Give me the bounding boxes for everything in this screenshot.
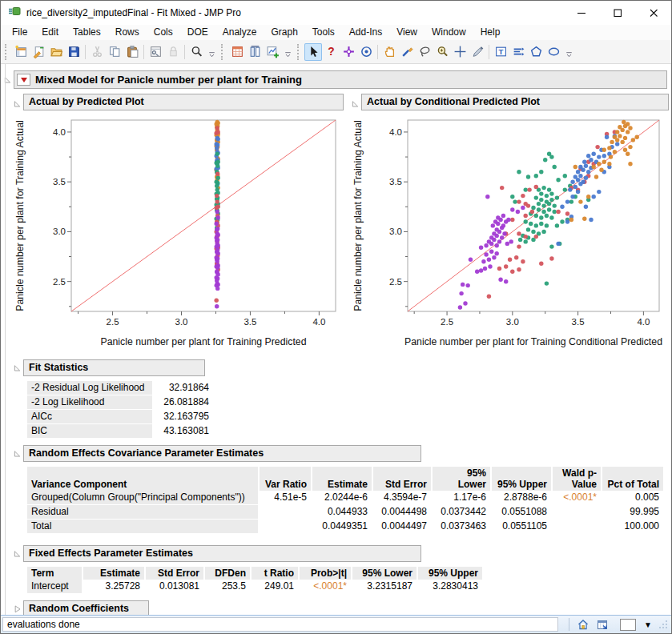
crosshair-tool-icon[interactable] xyxy=(451,43,469,61)
data-point[interactable] xyxy=(484,252,488,256)
data-point[interactable] xyxy=(513,199,517,203)
menu-file[interactable]: File xyxy=(5,25,34,40)
data-point[interactable] xyxy=(518,238,522,242)
data-point[interactable] xyxy=(586,195,590,199)
data-point[interactable] xyxy=(592,195,596,199)
actual-by-predicted-header[interactable]: Actual by Predicted Plot xyxy=(23,94,344,110)
data-point[interactable] xyxy=(216,251,220,255)
data-point[interactable] xyxy=(497,267,501,271)
data-point[interactable] xyxy=(506,218,510,222)
text-tool-icon[interactable]: T xyxy=(492,43,509,61)
data-point[interactable] xyxy=(545,214,549,218)
data-point[interactable] xyxy=(485,195,489,199)
data-point[interactable] xyxy=(582,160,586,164)
toolbar-overflow-icon[interactable] xyxy=(564,44,574,60)
data-point[interactable] xyxy=(216,176,220,180)
magnifier-tool-icon[interactable] xyxy=(433,43,451,61)
data-point[interactable] xyxy=(615,130,619,134)
data-point[interactable] xyxy=(573,165,577,169)
data-point[interactable] xyxy=(479,268,483,272)
save-icon[interactable] xyxy=(65,43,82,61)
data-point[interactable] xyxy=(541,210,545,214)
data-point[interactable] xyxy=(479,246,483,250)
disclosure-open-icon[interactable] xyxy=(12,449,22,458)
data-point[interactable] xyxy=(560,219,564,223)
data-point[interactable] xyxy=(527,187,531,191)
data-point[interactable] xyxy=(609,154,613,158)
data-point[interactable] xyxy=(545,281,549,285)
data-point[interactable] xyxy=(610,140,614,144)
data-point[interactable] xyxy=(215,222,219,226)
resize-grip[interactable] xyxy=(658,620,668,629)
data-point[interactable] xyxy=(569,199,573,203)
data-point[interactable] xyxy=(487,258,491,262)
data-point[interactable] xyxy=(526,203,530,207)
data-point[interactable] xyxy=(545,223,549,227)
data-point[interactable] xyxy=(539,191,543,195)
data-point[interactable] xyxy=(521,194,525,198)
data-point[interactable] xyxy=(560,205,564,209)
data-point[interactable] xyxy=(570,195,574,199)
data-point[interactable] xyxy=(215,184,219,188)
data-point[interactable] xyxy=(578,199,582,203)
actual-by-predicted-plot[interactable]: 2.52.53.03.03.53.54.04.0Panicle number p… xyxy=(12,113,344,350)
grabber-tool-icon[interactable] xyxy=(380,43,398,61)
actual-by-conditional-predicted-plot[interactable]: 2.52.53.03.03.53.54.04.0Panicle number p… xyxy=(350,113,667,350)
data-point[interactable] xyxy=(516,210,520,214)
data-point[interactable] xyxy=(556,178,560,182)
data-point[interactable] xyxy=(549,215,553,219)
data-point[interactable] xyxy=(576,190,580,194)
window-list-icon[interactable] xyxy=(594,617,610,632)
data-point[interactable] xyxy=(216,215,220,219)
data-point[interactable] xyxy=(215,299,219,303)
toolbar-grip[interactable] xyxy=(221,44,225,60)
disclosure-open-icon[interactable] xyxy=(12,363,22,372)
data-point[interactable] xyxy=(517,267,521,271)
data-point[interactable] xyxy=(504,279,508,283)
maximize-button[interactable] xyxy=(599,1,635,25)
paintbrush-tool-icon[interactable] xyxy=(398,43,416,61)
data-point[interactable] xyxy=(534,174,538,178)
data-point[interactable] xyxy=(466,283,470,287)
disclosure-closed-icon[interactable] xyxy=(12,604,22,613)
data-point[interactable] xyxy=(549,154,553,158)
data-point[interactable] xyxy=(537,207,541,211)
data-point[interactable] xyxy=(215,266,219,270)
data-point[interactable] xyxy=(509,239,513,243)
menu-edit[interactable]: Edit xyxy=(34,25,66,40)
data-point[interactable] xyxy=(508,258,512,262)
data-point[interactable] xyxy=(215,287,219,291)
title-bar[interactable]: rice_diversity2_imputedFinal - Fit Mixed… xyxy=(1,1,671,25)
data-point[interactable] xyxy=(635,135,639,139)
menu-graph[interactable]: Graph xyxy=(264,25,304,40)
data-point[interactable] xyxy=(584,205,588,209)
home-icon[interactable] xyxy=(575,617,591,632)
data-point[interactable] xyxy=(492,255,496,259)
menu-window[interactable]: Window xyxy=(425,25,473,40)
data-point[interactable] xyxy=(539,198,543,202)
data-point[interactable] xyxy=(547,202,551,206)
data-point[interactable] xyxy=(541,186,545,190)
data-point[interactable] xyxy=(602,160,606,164)
window-state-box[interactable] xyxy=(620,619,636,631)
brush-tool-icon[interactable] xyxy=(340,43,357,61)
data-point[interactable] xyxy=(495,227,499,231)
close-button[interactable] xyxy=(635,1,671,25)
data-point[interactable] xyxy=(592,152,596,156)
data-point[interactable] xyxy=(631,138,635,142)
data-point[interactable] xyxy=(565,199,569,203)
oval-tool-icon[interactable] xyxy=(545,43,562,61)
scroller-tool-icon[interactable] xyxy=(509,43,527,61)
data-point[interactable] xyxy=(489,235,493,239)
data-point[interactable] xyxy=(618,125,622,129)
help-tool-icon[interactable]: ? xyxy=(322,43,340,61)
data-point[interactable] xyxy=(521,259,525,263)
data-point[interactable] xyxy=(483,267,487,271)
data-point[interactable] xyxy=(495,243,499,247)
data-point[interactable] xyxy=(215,164,219,168)
data-point[interactable] xyxy=(469,258,473,262)
new-data-table-icon[interactable] xyxy=(12,43,30,61)
data-point[interactable] xyxy=(613,150,617,154)
data-point[interactable] xyxy=(623,148,627,152)
search-icon[interactable] xyxy=(187,43,205,61)
